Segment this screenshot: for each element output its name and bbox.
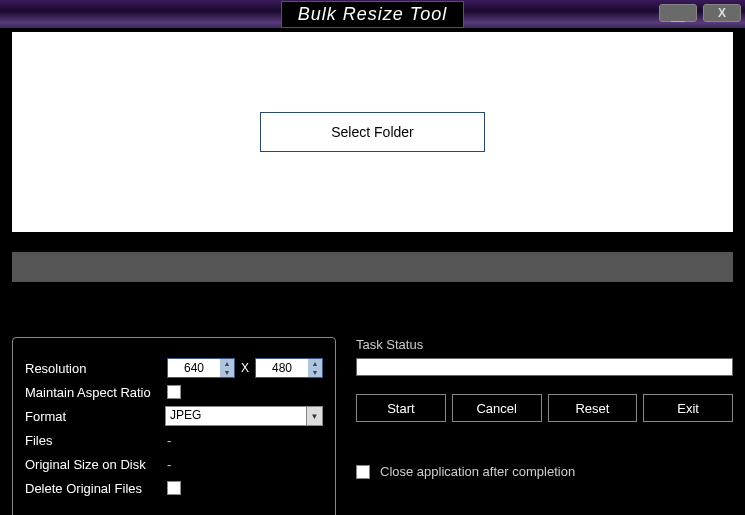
width-spinner[interactable]: ▲ ▼ [167,358,235,378]
close-window-button[interactable]: X [703,4,741,22]
height-arrows: ▲ ▼ [308,359,322,377]
width-input[interactable] [168,359,220,377]
folder-drop-area: Select Folder [12,32,733,232]
aspect-ratio-row: Maintain Aspect Ratio [25,380,323,404]
divider-bar [12,252,733,282]
titlebar: Bulk Resize Tool __ X [0,0,745,28]
reset-button[interactable]: Reset [548,394,638,422]
task-status-label: Task Status [356,337,733,352]
format-label: Format [25,409,165,424]
task-progress-bar [356,358,733,376]
width-up-icon[interactable]: ▲ [220,359,234,368]
aspect-ratio-checkbox[interactable] [167,385,181,399]
format-row: Format JPEG ▼ [25,404,323,428]
delete-label: Delete Original Files [25,481,167,496]
width-arrows: ▲ ▼ [220,359,234,377]
window-buttons: __ X [659,4,741,22]
select-folder-button[interactable]: Select Folder [260,112,485,152]
files-row: Files - [25,428,323,452]
size-label: Original Size on Disk [25,457,167,472]
format-select[interactable]: JPEG ▼ [165,406,323,426]
delete-row: Delete Original Files [25,476,323,500]
start-button[interactable]: Start [356,394,446,422]
close-after-row: Close application after completion [356,464,733,479]
aspect-ratio-label: Maintain Aspect Ratio [25,385,167,400]
format-dropdown-icon[interactable]: ▼ [306,407,322,425]
bottom-area: Resolution ▲ ▼ X ▲ ▼ [12,337,733,515]
window-title: Bulk Resize Tool [281,1,464,28]
resolution-label: Resolution [25,361,167,376]
files-label: Files [25,433,167,448]
height-up-icon[interactable]: ▲ [308,359,322,368]
cancel-button[interactable]: Cancel [452,394,542,422]
settings-panel: Resolution ▲ ▼ X ▲ ▼ [12,337,336,515]
exit-button[interactable]: Exit [643,394,733,422]
action-buttons: Start Cancel Reset Exit [356,394,733,422]
resolution-row: Resolution ▲ ▼ X ▲ ▼ [25,356,323,380]
width-down-icon[interactable]: ▼ [220,368,234,377]
format-value: JPEG [166,407,306,425]
height-spinner[interactable]: ▲ ▼ [255,358,323,378]
task-area: Task Status Start Cancel Reset Exit Clos… [356,337,733,479]
resolution-x-label: X [241,361,249,375]
close-after-checkbox[interactable] [356,465,370,479]
size-value: - [167,457,171,472]
delete-checkbox[interactable] [167,481,181,495]
close-after-label: Close application after completion [380,464,575,479]
files-value: - [167,433,171,448]
size-row: Original Size on Disk - [25,452,323,476]
select-folder-label: Select Folder [331,124,413,140]
minimize-button[interactable]: __ [659,4,697,22]
minimize-icon: __ [671,9,684,23]
close-icon: X [718,6,726,20]
height-down-icon[interactable]: ▼ [308,368,322,377]
content: Select Folder Resolution ▲ ▼ X [0,32,745,515]
height-input[interactable] [256,359,308,377]
